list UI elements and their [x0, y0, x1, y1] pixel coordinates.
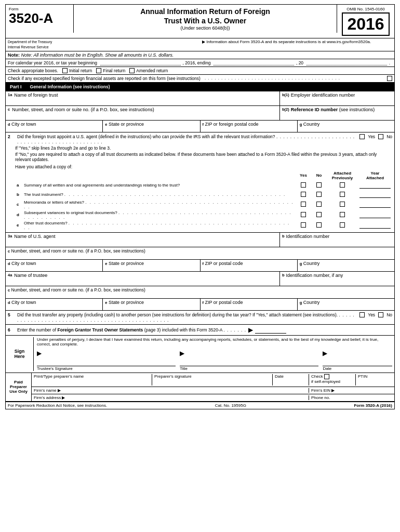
- row2c-prev-checkbox[interactable]: [340, 202, 345, 207]
- penalties-text: Under penalties of perjury, I declare th…: [37, 337, 392, 347]
- row2d-yes-checkbox[interactable]: [301, 212, 306, 217]
- preparer-name-label: Print/Type preparer's name: [34, 374, 150, 379]
- firm-address-label: Firm's address ▶: [34, 395, 65, 400]
- q5-no-label: No: [386, 312, 392, 317]
- q5-yes-label: Yes: [368, 312, 375, 317]
- row4d-label: d: [8, 300, 10, 305]
- row3b-label: b: [282, 234, 285, 238]
- footer-right: Form 3520-A (2016): [354, 403, 392, 408]
- q5-no-checkbox[interactable]: [378, 312, 383, 317]
- form-number: 3520-A: [9, 11, 70, 25]
- date-field[interactable]: [323, 357, 392, 366]
- amended-return-checkbox[interactable]: [129, 68, 135, 73]
- calendar-suffix: , 20: [296, 60, 303, 65]
- row4e-label: e: [105, 300, 107, 305]
- q2-no-label: No: [386, 134, 392, 139]
- part1-label: Part I: [8, 84, 24, 90]
- row2a-year-field[interactable]: [359, 181, 391, 189]
- sign-arrow-right: ▶: [323, 350, 327, 357]
- row2e-prev-checkbox[interactable]: [340, 222, 345, 228]
- row4d-city-text: City or town: [11, 300, 36, 305]
- self-employed-checkbox[interactable]: [324, 374, 329, 379]
- q2-if-yes: If "Yes," skip lines 2a through 2e and g…: [15, 145, 392, 151]
- q6-num: 6: [8, 327, 15, 332]
- row2b-year-field[interactable]: [359, 191, 391, 198]
- q2-no-checkbox[interactable]: [378, 134, 383, 139]
- preparer-check-sub: if self-employed: [311, 379, 353, 384]
- row2b-prev-checkbox[interactable]: [340, 192, 345, 197]
- row2a-no-checkbox[interactable]: [316, 182, 322, 188]
- row1a-label: 1a: [8, 92, 12, 97]
- sign-label-line2: Here: [14, 354, 24, 359]
- row1d-label: d: [8, 122, 10, 127]
- row2a-yes-checkbox[interactable]: [301, 182, 306, 188]
- tax-year-end-field[interactable]: [214, 60, 294, 65]
- title-field[interactable]: [180, 357, 318, 366]
- final-return-checkbox[interactable]: [96, 68, 101, 73]
- calendar-prefix: For calendar year 2016, or tax year begi…: [8, 60, 97, 65]
- foreign-assets-checkbox[interactable]: [387, 76, 392, 81]
- sign-label-line1: Sign: [15, 349, 25, 354]
- form-subtitle: (Under section 6048(b)): [76, 25, 335, 31]
- row2c-text: Memoranda or letters of wishes? . . . . …: [22, 200, 296, 210]
- row2c-year-field[interactable]: [359, 201, 391, 208]
- row2a-prev-checkbox[interactable]: [340, 182, 345, 188]
- irs-name: Internal Revenue Service: [8, 45, 198, 50]
- preparer-sig-label: Preparer's signature: [154, 374, 270, 379]
- row3f-zip-text: ZIP or postal code: [205, 261, 243, 266]
- amended-return-label: Amended return: [136, 68, 168, 73]
- row1b2-text: Reference ID number (see instructions): [291, 107, 375, 112]
- year-field[interactable]: [306, 60, 387, 65]
- row2c-yes-checkbox[interactable]: [301, 202, 306, 207]
- row4c-label: c: [8, 288, 10, 292]
- row4b-text: Identification number, if any: [286, 273, 343, 278]
- row3c-label: c: [8, 249, 10, 254]
- tax-year-begin-field[interactable]: [100, 60, 181, 65]
- row2e-no-checkbox[interactable]: [316, 222, 322, 228]
- initial-return-label: Initial return: [69, 68, 92, 73]
- row2d-prev-checkbox[interactable]: [340, 212, 345, 217]
- phone-label: Phone no.: [311, 395, 330, 400]
- row2e-yes-checkbox[interactable]: [301, 222, 306, 228]
- firm-ein-label: Firm's EIN ▶: [311, 388, 335, 393]
- row3a-label: 3a: [8, 234, 12, 238]
- row2b-no-checkbox[interactable]: [316, 192, 322, 197]
- q6-count-field[interactable]: [255, 326, 286, 334]
- foreign-assets-text: Check if any excepted specified foreign …: [8, 76, 201, 81]
- foreign-assets-dots: . . . . . . . . . . . . . . . . . . . . …: [205, 76, 381, 81]
- row1e-label: e: [105, 122, 107, 127]
- row2d-year-field[interactable]: [359, 211, 391, 218]
- q2-text: Did the foreign trust appoint a U.S. age…: [17, 134, 356, 144]
- paid-label3: Use Only: [9, 389, 28, 394]
- q5-yes-checkbox[interactable]: [359, 312, 365, 317]
- trustee-sig-field[interactable]: [37, 357, 176, 366]
- q2-yes-checkbox[interactable]: [359, 134, 365, 139]
- final-return-label: Final return: [103, 68, 125, 73]
- row2d-no-checkbox[interactable]: [316, 212, 322, 217]
- row4e-state-text: State or province: [109, 300, 144, 305]
- row2c-no-checkbox[interactable]: [316, 202, 322, 207]
- row3d-label: d: [8, 261, 10, 266]
- row2e-year-field[interactable]: [359, 221, 391, 229]
- row1c-text: Number, street, and room or suite no. (i…: [12, 107, 154, 112]
- row1b2-label: b(2): [282, 107, 289, 112]
- initial-return-checkbox[interactable]: [62, 68, 68, 73]
- row4b-label: b: [282, 273, 285, 277]
- q2-yes-label: Yes: [368, 134, 375, 139]
- row1a-text: Name of foreign trust: [14, 92, 58, 98]
- row4c-text: Number, street, and room or suite no. (i…: [11, 287, 145, 292]
- row1g-label: g: [300, 122, 302, 127]
- table-row: b The trust instrument? . . . . . . . . …: [15, 190, 392, 200]
- row3g-label: g: [300, 261, 302, 266]
- row2a-text: Summary of all written and oral agreemen…: [22, 181, 296, 190]
- row4f-label: f: [203, 300, 204, 305]
- row1f-label: f: [203, 122, 204, 127]
- paid-label2: Preparer: [10, 384, 27, 389]
- row2c-label: c: [15, 200, 22, 210]
- q2-have-you: Have you attached a copy of:: [15, 164, 392, 169]
- part1-title: General Information (see instructions): [30, 84, 110, 89]
- row2b-yes-checkbox[interactable]: [301, 192, 306, 197]
- row2a-label: a: [15, 181, 22, 190]
- table-row: e Other trust documents? . . . . . . . .…: [15, 220, 392, 231]
- row3b-text: Identification number: [286, 234, 330, 239]
